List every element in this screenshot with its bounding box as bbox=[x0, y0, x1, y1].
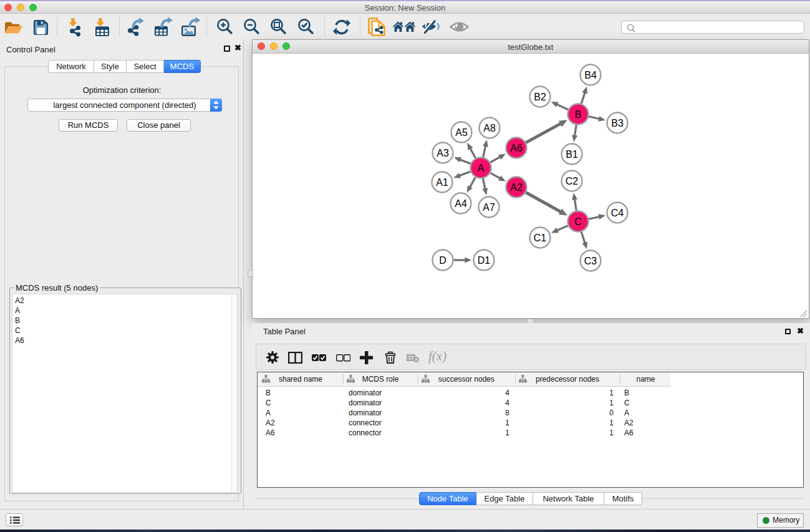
svg-text:A: A bbox=[478, 163, 485, 173]
svg-text:C2: C2 bbox=[566, 176, 579, 186]
svg-text:A2: A2 bbox=[510, 182, 523, 193]
svg-text:B2: B2 bbox=[534, 92, 546, 102]
svg-text:C3: C3 bbox=[584, 256, 597, 266]
svg-text:A3: A3 bbox=[436, 148, 449, 158]
svg-text:C: C bbox=[574, 216, 582, 227]
svg-text:A1: A1 bbox=[436, 177, 448, 188]
svg-text:B4: B4 bbox=[584, 70, 597, 80]
svg-text:A6: A6 bbox=[510, 143, 523, 153]
svg-text:B1: B1 bbox=[566, 149, 578, 160]
svg-text:B: B bbox=[575, 109, 582, 120]
svg-text:B3: B3 bbox=[611, 118, 624, 128]
svg-text:D: D bbox=[439, 255, 446, 266]
svg-text:D1: D1 bbox=[478, 255, 491, 266]
svg-text:A5: A5 bbox=[455, 127, 468, 138]
svg-text:C4: C4 bbox=[611, 208, 624, 218]
svg-text:A4: A4 bbox=[455, 198, 467, 209]
svg-text:A7: A7 bbox=[483, 202, 495, 213]
svg-text:A8: A8 bbox=[483, 123, 496, 133]
svg-text:C1: C1 bbox=[534, 233, 547, 243]
